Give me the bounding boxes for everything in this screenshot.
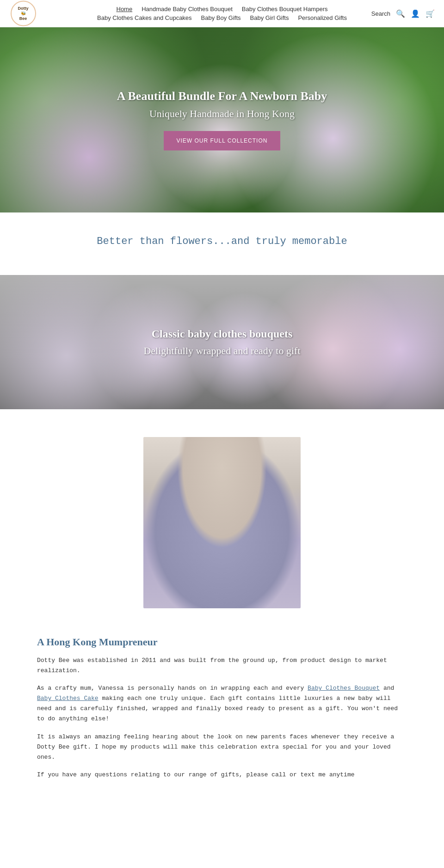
- person-silhouette: [143, 437, 301, 608]
- hero-subtitle: Uniquely Handmade in Hong Kong: [117, 108, 327, 120]
- logo[interactable]: Dotty🐝Bee: [9, 1, 37, 26]
- hero-cta-button[interactable]: VIEW OUR FULL COLLECTION: [164, 131, 281, 150]
- nav-baby-girl-gifts[interactable]: Baby Girl Gifts: [250, 14, 289, 21]
- login-button[interactable]: 👤: [411, 9, 420, 18]
- bouquet-banner-title: Classic baby clothes bouquets: [143, 328, 300, 340]
- nav-personalized-gifts[interactable]: Personalized Gifts: [298, 14, 347, 21]
- about-para-1: Dotty Bee was established in 2011 and wa…: [37, 656, 407, 676]
- tagline-section: Better than flowers...and truly memorabl…: [0, 212, 444, 275]
- hero-section: A Beautiful Bundle For A Newborn Baby Un…: [0, 27, 444, 212]
- baby-clothes-cake-link[interactable]: Baby Clothes Cake: [37, 695, 99, 702]
- about-para-2-pre: As a crafty mum, Vanessa is personally h…: [37, 685, 308, 692]
- about-para-4: If you have any questions relating to ou…: [37, 770, 407, 780]
- search-button[interactable]: 🔍: [396, 9, 405, 18]
- nav-row-1: Home Handmade Baby Clothes Bouquet Baby …: [117, 6, 328, 12]
- about-para-3: It is always an amazing feeling hearing …: [37, 732, 407, 762]
- main-nav: Home Handmade Baby Clothes Bouquet Baby …: [97, 6, 347, 21]
- tagline-text: Better than flowers...and truly memorabl…: [9, 236, 435, 247]
- hero-content: A Beautiful Bundle For A Newborn Baby Un…: [117, 89, 327, 150]
- nav-baby-boy-gifts[interactable]: Baby Boy Gifts: [201, 14, 241, 21]
- about-para-2: As a crafty mum, Vanessa is personally h…: [37, 683, 407, 724]
- about-para-2-mid: and: [380, 685, 394, 692]
- nav-row-2: Baby Clothes Cakes and Cupcakes Baby Boy…: [97, 14, 347, 21]
- bouquet-banner-subtitle: Delightfully wrapped and ready to gift: [143, 345, 300, 357]
- logo-image: Dotty🐝Bee: [11, 1, 36, 26]
- search-label: Search: [371, 10, 390, 17]
- person-image: [143, 437, 301, 608]
- about-title: A Hong Kong Mumpreneur: [37, 636, 407, 648]
- nav-home[interactable]: Home: [117, 6, 133, 12]
- nav-cakes-cupcakes[interactable]: Baby Clothes Cakes and Cupcakes: [97, 14, 192, 21]
- site-header: Dotty🐝Bee Home Handmade Baby Clothes Bou…: [0, 0, 444, 27]
- bouquet-banner-content: Classic baby clothes bouquets Delightful…: [143, 328, 300, 357]
- baby-clothes-bouquet-link[interactable]: Baby Clothes Bouquet: [308, 685, 380, 692]
- about-section: A Hong Kong Mumpreneur Dotty Bee was est…: [0, 622, 444, 806]
- hero-title: A Beautiful Bundle For A Newborn Baby: [117, 89, 327, 103]
- cart-button[interactable]: 🛒: [426, 9, 435, 18]
- nav-handmade-bouquet[interactable]: Handmade Baby Clothes Bouquet: [142, 6, 233, 12]
- nav-bouquet-hampers[interactable]: Baby Clothes Bouquet Hampers: [242, 6, 328, 12]
- header-actions: Search 🔍 👤 🛒: [371, 9, 435, 18]
- bouquet-banner: Classic baby clothes bouquets Delightful…: [0, 275, 444, 409]
- person-section: [0, 409, 444, 622]
